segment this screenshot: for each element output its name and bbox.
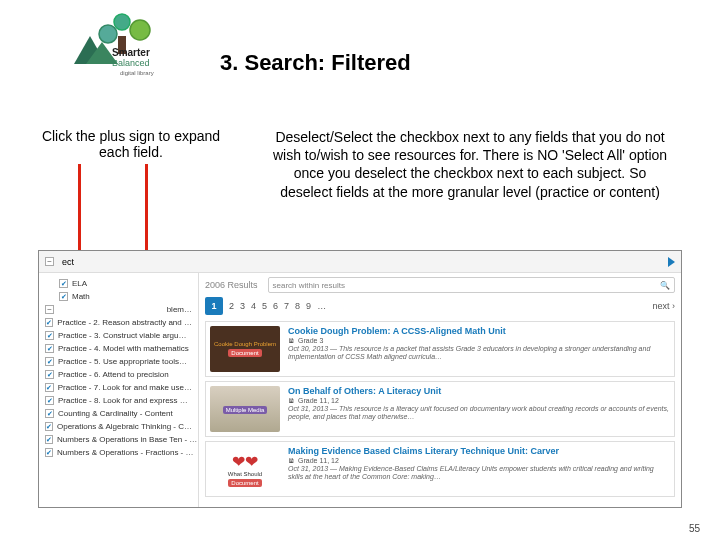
page-link[interactable]: 7 xyxy=(284,301,289,311)
page-link[interactable]: 8 xyxy=(295,301,300,311)
checkbox-icon[interactable] xyxy=(59,279,68,288)
page-link[interactable]: 3 xyxy=(240,301,245,311)
page-link[interactable]: 9 xyxy=(306,301,311,311)
svg-point-2 xyxy=(99,25,117,43)
checkbox-icon[interactable] xyxy=(45,383,54,392)
checkbox-icon[interactable] xyxy=(45,357,54,366)
page-icon: 🗎 xyxy=(288,397,295,404)
results-main: 2006 Results search within results 🔍 1 2… xyxy=(199,273,681,508)
svg-point-1 xyxy=(130,20,150,40)
right-instruction: Deselect/Select the checkbox next to any… xyxy=(270,128,670,201)
slide-title: 3. Search: Filtered xyxy=(220,50,411,76)
checkbox-icon[interactable] xyxy=(45,318,53,327)
page-link[interactable]: 4 xyxy=(251,301,256,311)
filter-item[interactable]: Numbers & Operations in Base Ten - … xyxy=(45,433,192,446)
result-item[interactable]: Multiple Media On Behalf of Others: A Li… xyxy=(205,381,675,437)
filter-item[interactable]: Practice - 7. Look for and make use… xyxy=(45,381,192,394)
media-badge: Document xyxy=(228,479,261,487)
result-item[interactable]: Cookie Dough Problem Document Cookie Dou… xyxy=(205,321,675,377)
filter-item[interactable]: Numbers & Operations - Fractions - … xyxy=(45,446,192,459)
media-badge: Document xyxy=(228,349,261,357)
media-badge: Multiple Media xyxy=(223,406,268,414)
arrow-icon xyxy=(668,257,675,267)
app-screenshot: − ect ELA Math − blem… Practice - 2. Rea… xyxy=(38,250,682,508)
checkbox-icon[interactable] xyxy=(45,370,54,379)
page-icon: 🗎 xyxy=(288,457,295,464)
search-icon[interactable]: 🔍 xyxy=(660,281,670,290)
filter-sidebar: ELA Math − blem… Practice - 2. Reason ab… xyxy=(39,273,199,508)
search-input[interactable]: search within results 🔍 xyxy=(268,277,675,293)
checkbox-icon[interactable] xyxy=(45,331,54,340)
filter-item[interactable]: Practice - 8. Look for and express … xyxy=(45,394,192,407)
collapse-icon[interactable]: − xyxy=(45,257,54,266)
page-number: 55 xyxy=(689,523,700,534)
svg-text:digital library: digital library xyxy=(120,70,154,76)
subject-math[interactable]: Math xyxy=(45,290,192,303)
filter-item[interactable]: Practice - 5. Use appropriate tools… xyxy=(45,355,192,368)
page-link[interactable]: 2 xyxy=(229,301,234,311)
page-current: 1 xyxy=(205,297,223,315)
page-icon: 🗎 xyxy=(288,337,295,344)
checkbox-icon[interactable] xyxy=(45,435,53,444)
checkbox-icon[interactable] xyxy=(45,422,53,431)
logo: Smarter Balanced digital library xyxy=(60,8,180,78)
result-title[interactable]: Making Evidence Based Claims Literary Te… xyxy=(288,446,670,456)
page-link[interactable]: 5 xyxy=(262,301,267,311)
checkbox-icon[interactable] xyxy=(59,292,68,301)
checkbox-icon[interactable] xyxy=(45,396,54,405)
filter-item[interactable]: Counting & Cardinality - Content xyxy=(45,407,192,420)
result-title[interactable]: On Behalf of Others: A Literacy Unit xyxy=(288,386,670,396)
page-next[interactable]: next › xyxy=(652,301,675,311)
checkbox-icon[interactable] xyxy=(45,448,53,457)
results-count: 2006 Results xyxy=(205,280,258,290)
page-link[interactable]: 6 xyxy=(273,301,278,311)
svg-text:Balanced: Balanced xyxy=(112,58,150,68)
result-title[interactable]: Cookie Dough Problem: A CCSS-Aligned Mat… xyxy=(288,326,670,336)
filter-item[interactable]: Practice - 6. Attend to precision xyxy=(45,368,192,381)
pagination: 1 2 3 4 5 6 7 8 9 … next › xyxy=(205,297,675,315)
heart-icon: ❤❤ xyxy=(232,452,258,471)
left-instruction: Click the plus sign to expand each field… xyxy=(36,128,226,160)
result-thumb: Multiple Media xyxy=(210,386,280,432)
checkbox-icon[interactable] xyxy=(45,409,54,418)
checkbox-icon[interactable] xyxy=(45,344,54,353)
filter-item[interactable]: Operations & Algebraic Thinking - C… xyxy=(45,420,192,433)
filter-item[interactable]: Practice - 3. Construct viable argu… xyxy=(45,329,192,342)
minus-icon[interactable]: − xyxy=(45,305,54,314)
subject-ela[interactable]: ELA xyxy=(45,277,192,290)
expand-row[interactable]: − blem… xyxy=(45,303,192,316)
result-item[interactable]: ❤❤ What Should Document Making Evidence … xyxy=(205,441,675,497)
app-header: − ect xyxy=(39,251,681,273)
svg-text:Smarter: Smarter xyxy=(112,47,150,58)
svg-point-0 xyxy=(114,14,130,30)
filter-item[interactable]: Practice - 4. Model with mathematics xyxy=(45,342,192,355)
header-fragment: ect xyxy=(62,257,74,267)
result-thumb: Cookie Dough Problem Document xyxy=(210,326,280,372)
page-ellipsis: … xyxy=(317,301,326,311)
filter-item[interactable]: Practice - 2. Reason abstractly and … xyxy=(45,316,192,329)
result-thumb: ❤❤ What Should Document xyxy=(210,446,280,492)
